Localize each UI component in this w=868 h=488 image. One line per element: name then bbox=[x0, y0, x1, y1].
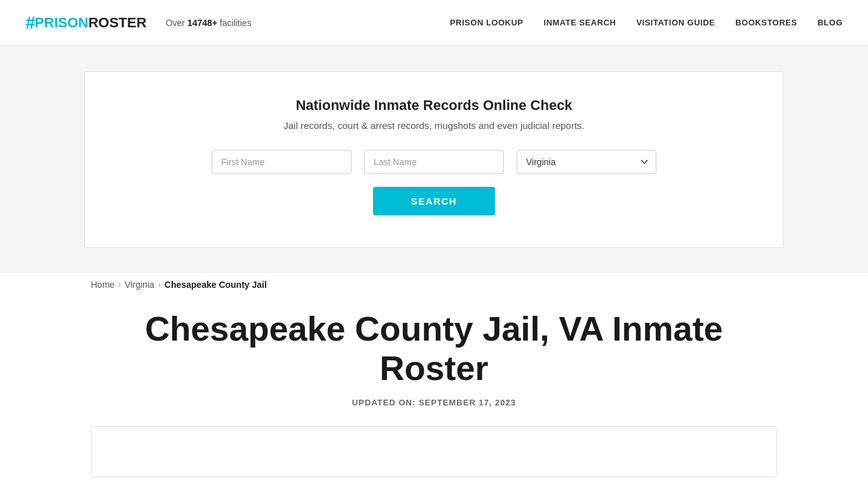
breadcrumb-current: Chesapeake County Jail bbox=[165, 280, 267, 290]
facilities-number: 14748+ bbox=[187, 18, 217, 28]
search-title: Nationwide Inmate Records Online Check bbox=[123, 97, 745, 114]
nav-bookstores[interactable]: BOOKSTORES bbox=[735, 18, 797, 27]
logo-prison: PRISON bbox=[35, 15, 88, 31]
breadcrumb: Home › Virginia › Chesapeake County Jail bbox=[85, 280, 783, 290]
content-box bbox=[91, 426, 777, 477]
state-select[interactable]: VirginiaAlabamaAlaskaArizonaArkansasCali… bbox=[517, 150, 656, 174]
site-logo[interactable]: #PRISONROSTER bbox=[25, 13, 147, 33]
nav-visitation-guide[interactable]: VISITATION GUIDE bbox=[636, 18, 715, 27]
breadcrumb-state[interactable]: Virginia bbox=[125, 280, 154, 290]
nav-prison-lookup[interactable]: PRISON LOOKUP bbox=[450, 18, 524, 27]
search-fields: VirginiaAlabamaAlaskaArizonaArkansasCali… bbox=[123, 150, 745, 174]
search-button[interactable]: SEARCH bbox=[373, 187, 495, 215]
breadcrumb-home[interactable]: Home bbox=[91, 280, 114, 290]
search-section: Nationwide Inmate Records Online Check J… bbox=[85, 71, 783, 248]
facilities-count-text: Over 14748+ facilities bbox=[166, 18, 252, 28]
page-title: Chesapeake County Jail, VA Inmate Roster bbox=[91, 309, 777, 388]
main-content: Chesapeake County Jail, VA Inmate Roster… bbox=[85, 309, 783, 477]
search-subtitle: Jail records, court & arrest records, mu… bbox=[123, 120, 745, 131]
site-header: #PRISONROSTER Over 14748+ facilities PRI… bbox=[0, 0, 868, 46]
nav-inmate-search[interactable]: INMATE SEARCH bbox=[544, 18, 616, 27]
last-name-input[interactable] bbox=[364, 150, 504, 174]
main-nav: PRISON LOOKUP INMATE SEARCH VISITATION G… bbox=[277, 18, 843, 27]
first-name-input[interactable] bbox=[212, 150, 351, 174]
nav-blog[interactable]: BLOG bbox=[817, 18, 843, 27]
breadcrumb-chevron-2: › bbox=[158, 280, 161, 289]
logo-hash: # bbox=[25, 13, 35, 33]
updated-text: UPDATED ON: SEPTEMBER 17, 2023 bbox=[91, 398, 777, 407]
logo-roster: ROSTER bbox=[88, 15, 147, 31]
breadcrumb-chevron-1: › bbox=[118, 280, 121, 289]
